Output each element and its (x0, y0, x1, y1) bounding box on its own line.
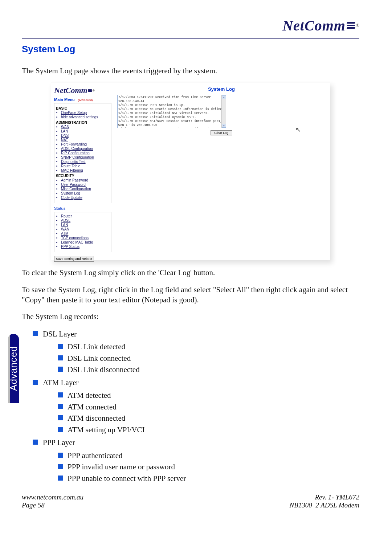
sidebar-item[interactable]: Port Forwarding (61, 142, 110, 146)
system-log-textarea[interactable]: 7/17/2003 12:41:29> Received time from T… (117, 95, 226, 128)
sidebar-item[interactable]: Route Table (61, 164, 110, 168)
sidebar-link[interactable]: Port Forwarding (61, 142, 87, 146)
layer-subitem: ATM detected (58, 390, 359, 401)
page-footer: www.netcomm.com.au Page 58 Rev. 1- YML67… (22, 493, 359, 509)
log-line: 1/1/1970 0:0:15> PPP1: DNS Secondary IP … (118, 127, 225, 128)
sidebar-item[interactable]: OnePage Setup (61, 111, 110, 115)
footer-model: NB1300_2 ADSL Modem (290, 501, 359, 509)
router-window: NetComm ® Main Menu (Advanced) BASIC One… (51, 82, 330, 260)
main-menu-sublabel: (Advanced) (78, 98, 93, 102)
layer-sublist: ATM detectedATM connectedATM disconnecte… (58, 390, 359, 436)
layer-sublist: PPP authenticatedPPP invalid user name o… (58, 450, 359, 485)
sidebar-link[interactable]: LAN (61, 223, 68, 227)
sidebar-item[interactable]: NAT (61, 138, 110, 142)
section-title: System Log (22, 44, 359, 55)
sidebar-link[interactable]: NAT (61, 138, 68, 142)
sidebar-item[interactable]: Misc Configuration (61, 187, 110, 191)
sidebar-link[interactable]: User Password (61, 183, 86, 187)
sidebar-link[interactable]: SNMP Configuration (61, 155, 94, 159)
sidebar-item[interactable]: TCP connections (61, 236, 110, 240)
sidebar-link[interactable]: DNS (61, 134, 69, 138)
save-reboot-button[interactable]: Save Setting and Reboot (54, 256, 94, 262)
sidebar-item[interactable]: PPP Status (61, 245, 110, 249)
save-instruction: To save the System Log, right click in t… (22, 285, 359, 305)
log-layers-list: DSL LayerDSL Link detectedDSL Link conne… (33, 328, 359, 485)
registered-mark-icon: ® (356, 23, 359, 28)
sidebar-link[interactable]: PPP Status (61, 245, 79, 249)
router-brand-logo: NetComm ® (54, 86, 111, 95)
security-heading: SECURITY (56, 174, 110, 178)
log-line: WAN IP is 203.100.0.0 (118, 123, 225, 127)
sidebar-link[interactable]: RIP Configuration (61, 151, 90, 155)
sidebar-link[interactable]: TCP connections (61, 236, 89, 240)
sidebar-link[interactable]: hide advanced settings (61, 115, 98, 119)
scroll-up-icon[interactable]: ▴ (222, 95, 226, 99)
sidebar-link[interactable]: ATM (61, 232, 68, 236)
sidebar-item[interactable]: ADSL Configuration (61, 147, 110, 151)
log-line: 1/1/1970 0:0:15> No Static Session Infor… (118, 107, 225, 111)
page-header: NetComm ® (22, 15, 359, 36)
sidebar-link[interactable]: OnePage Setup (61, 111, 87, 115)
sidebar-item[interactable]: Diagnostic Test (61, 160, 110, 164)
footer-rev: Rev. 1- YML672 (290, 493, 359, 501)
sidebar-item[interactable]: WAN (61, 227, 110, 231)
sidebar-link[interactable]: LAN (61, 129, 68, 133)
sidebar-item[interactable]: hide advanced settings (61, 115, 110, 119)
brand-logo-stripes-icon (347, 22, 355, 29)
sidebar-item[interactable]: User Password (61, 183, 110, 187)
sidebar-item[interactable]: Learned MAC Table (61, 240, 110, 244)
basic-list: OnePage Setuphide advanced settings (61, 111, 110, 119)
footer-right: Rev. 1- YML672 NB1300_2 ADSL Modem (290, 493, 359, 509)
sidebar-link[interactable]: MAC Filtering (61, 168, 83, 172)
document-page: NetComm ® System Log The System Log page… (0, 0, 392, 555)
footer-left: www.netcomm.com.au Page 58 (22, 493, 83, 509)
sidebar-item[interactable]: DNS (61, 134, 110, 138)
layer-subitem: ATM connected (58, 401, 359, 413)
basic-heading: BASIC (56, 106, 110, 110)
sidebar-item[interactable]: ATM (61, 232, 110, 236)
sidebar-link[interactable]: Misc Configuration (61, 187, 91, 191)
sidebar-link[interactable]: WAN (61, 227, 69, 231)
status-list: RouterADSLLANWANATMTCP connectionsLearne… (61, 214, 110, 249)
layer-subitem: DSL Link connected (58, 353, 359, 364)
sidebar-item[interactable]: MAC Filtering (61, 168, 110, 172)
footer-divider (22, 491, 359, 491)
sidebar-link[interactable]: Router (61, 214, 72, 218)
sidebar-link[interactable]: Code Update (61, 196, 82, 200)
security-list: Admin PasswordUser PasswordMisc Configur… (61, 178, 110, 200)
section-tab: Advanced (8, 334, 19, 403)
section-tab-label: Advanced (8, 346, 19, 391)
clear-log-button[interactable]: Clear Log (211, 130, 232, 135)
sidebar-item[interactable]: LAN (61, 223, 110, 227)
sidebar-item[interactable]: LAN (61, 129, 110, 133)
sidebar-item[interactable]: SNMP Configuration (61, 155, 110, 159)
layer-subitem: PPP invalid user name or password (58, 461, 359, 473)
scroll-down-icon[interactable]: ▾ (222, 124, 226, 128)
layer-item: ATM Layer (33, 377, 359, 389)
router-screenshot: NetComm ® Main Menu (Advanced) BASIC One… (51, 82, 330, 260)
sidebar-item[interactable]: ADSL (61, 219, 110, 223)
sidebar-item[interactable]: RIP Configuration (61, 151, 110, 155)
sidebar-item[interactable]: Code Update (61, 196, 110, 200)
scrollbar[interactable]: ▴ ▾ (221, 95, 226, 128)
sidebar-item[interactable]: Admin Password (61, 178, 110, 182)
sidebar-item[interactable]: System Log (61, 191, 110, 195)
admin-list: WANLANDNSNATPort ForwardingADSL Configur… (61, 125, 110, 172)
sidebar-link[interactable]: ADSL Configuration (61, 147, 93, 151)
sidebar-link[interactable]: Admin Password (61, 178, 88, 182)
layer-item: DSL Layer (33, 328, 359, 340)
sidebar-item[interactable]: Router (61, 214, 110, 218)
layer-sublist: DSL Link detectedDSL Link connectedDSL L… (58, 341, 359, 376)
sidebar-link[interactable]: Learned MAC Table (61, 240, 93, 244)
sidebar-link[interactable]: System Log (61, 191, 80, 195)
brand-stripes-icon (88, 89, 92, 92)
log-line: 1/1/1970 0:0:15> NAT/NAPT Session Start:… (118, 119, 225, 123)
sidebar-link[interactable]: Diagnostic Test (61, 160, 86, 164)
sidebar-link[interactable]: WAN (61, 125, 69, 129)
sidebar-link[interactable]: Route Table (61, 164, 80, 168)
sidebar-item[interactable]: WAN (61, 125, 110, 129)
main-menu-heading: Main Menu (Advanced) (54, 97, 111, 102)
sidebar-link[interactable]: ADSL (61, 219, 70, 223)
layer-subitem: ATM disconnected (58, 413, 359, 424)
registered-mark-icon: ® (93, 89, 95, 92)
